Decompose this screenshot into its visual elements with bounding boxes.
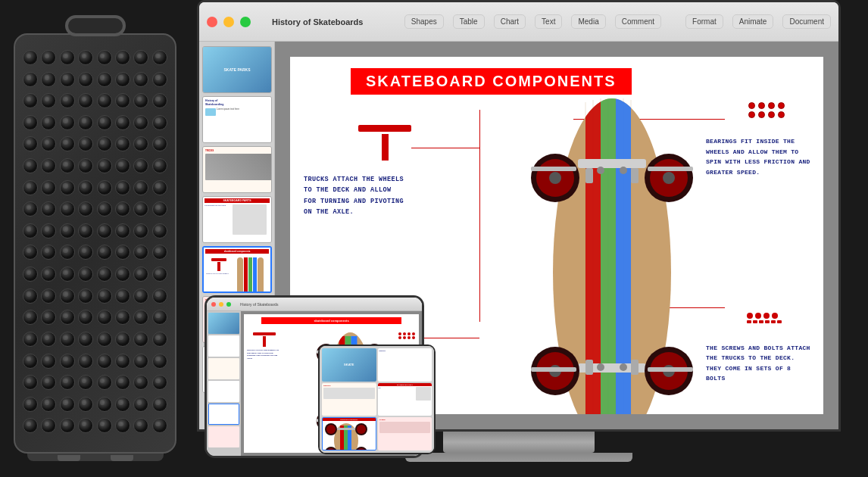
maximize-button[interactable]	[240, 17, 251, 27]
ipad-close[interactable]	[211, 302, 216, 307]
mac-pro-hole	[60, 354, 75, 369]
svg-rect-21	[531, 167, 576, 171]
iphone-slide-1[interactable]: SKATE	[322, 348, 376, 382]
mac-pro-hole	[60, 180, 75, 195]
ipad-thumb-5[interactable]	[208, 404, 239, 425]
mac-pro-hole	[23, 354, 38, 369]
close-button[interactable]	[207, 17, 217, 27]
mac-pro-hole	[97, 201, 112, 217]
comment-button[interactable]: Comment	[615, 14, 661, 29]
mac-pro-hole	[41, 267, 56, 282]
ipad-thumb-3[interactable]	[208, 358, 239, 379]
mac-pro-hole	[23, 267, 38, 282]
mac-pro-hole	[60, 418, 75, 433]
mac-pro-hole	[23, 158, 38, 173]
hole-grid	[23, 50, 167, 437]
mac-pro-hole	[133, 397, 148, 412]
mac-pro-hole	[60, 93, 75, 108]
mac-pro-hole	[115, 397, 130, 412]
mac-pro-hole	[23, 136, 38, 151]
mac-pro-hole	[23, 72, 38, 87]
mac-pro-hole	[97, 93, 112, 108]
mac-pro-hole	[133, 93, 148, 108]
table-button[interactable]: Table	[453, 14, 485, 29]
ipad-doc-title: History of Skateboards	[240, 302, 279, 307]
ipad-thumb-1[interactable]	[208, 313, 239, 334]
mac-pro-hole	[78, 180, 93, 195]
animate-button[interactable]: Animate	[732, 14, 774, 29]
mac-pro-hole	[78, 158, 93, 173]
mac-pro-hole	[41, 418, 56, 433]
mac-pro-hole	[115, 180, 130, 195]
mac-pro-hole	[97, 72, 112, 87]
mac-pro-hole	[115, 354, 130, 369]
mac-pro-hole	[78, 288, 93, 304]
mac-pro-hole	[23, 332, 38, 347]
mac-pro-hole	[152, 397, 167, 412]
ipad-thumb-2[interactable]	[208, 335, 239, 357]
ipad-thumb-4[interactable]	[208, 381, 239, 402]
mac-pro-hole	[41, 332, 56, 347]
mac-pro-hole	[78, 115, 93, 130]
mac-pro-hole	[152, 115, 167, 130]
mac-pro-hole	[41, 288, 56, 304]
iphone-slide-6[interactable]: TYPES	[378, 417, 432, 450]
iphone-slide-4[interactable]: SKATEBOARD PARTS info	[378, 383, 432, 416]
mac-pro-hole	[115, 136, 130, 151]
mac-pro-hole	[78, 93, 93, 108]
media-button[interactable]: Media	[571, 14, 605, 29]
mac-pro-foot-right	[111, 455, 133, 461]
svg-rect-14	[631, 168, 639, 183]
iphone-screen: SKATE History TRICKS SKATEBOARD PARTS in…	[320, 346, 434, 453]
iphone-slide-3[interactable]: TRICKS	[322, 383, 376, 416]
svg-rect-25	[631, 360, 639, 375]
mac-pro-hole	[60, 267, 75, 282]
svg-rect-32	[531, 367, 576, 372]
mac-pro-hole	[115, 158, 130, 173]
ipad-thumb-6[interactable]	[208, 426, 239, 447]
mac-pro-hole	[41, 245, 56, 260]
chart-button[interactable]: Chart	[494, 14, 526, 29]
text-button[interactable]: Text	[535, 14, 562, 29]
document-button[interactable]: Document	[782, 14, 831, 29]
shapes-button[interactable]: Shapes	[404, 14, 444, 29]
svg-rect-62	[337, 428, 355, 430]
mac-pro-hole	[60, 375, 75, 390]
mac-pro-hole	[97, 136, 112, 151]
ipad-slide-title: skateboard components	[261, 317, 401, 324]
mac-pro-hole	[115, 223, 130, 238]
trucks-icon-area	[358, 125, 411, 161]
minimize-button[interactable]	[223, 17, 234, 27]
mac-pro-hole	[23, 50, 38, 65]
mac-pro-hole	[23, 418, 38, 433]
mac-pro-hole	[78, 245, 93, 260]
ipad-maximize[interactable]	[226, 302, 231, 307]
iphone-slide-2[interactable]: History	[378, 348, 432, 382]
mac-pro-hole	[60, 158, 75, 173]
mac-pro-hole	[115, 418, 130, 433]
mac-pro-hole	[152, 180, 167, 195]
mac-pro-hole	[78, 201, 93, 217]
mac-pro-hole	[97, 245, 112, 260]
mac-pro-hole	[133, 418, 148, 433]
mac-pro-hole	[60, 288, 75, 304]
mac-pro-hole	[115, 201, 130, 217]
format-button[interactable]: Format	[685, 14, 723, 29]
monitor-stand	[443, 432, 595, 453]
mac-pro-hole	[60, 72, 75, 87]
ipad-slide-panel[interactable]	[207, 311, 241, 456]
slide-thumb-5-active[interactable]: skateboard components TRUCKS ATTACH THE …	[202, 246, 272, 293]
iphone-content: SKATE History TRICKS SKATEBOARD PARTS in…	[320, 346, 434, 453]
slide-thumb-3[interactable]: TRICKS	[202, 146, 272, 193]
mac-pro-hole	[41, 310, 56, 325]
mac-pro-hole	[78, 310, 93, 325]
ipad-minimize[interactable]	[219, 302, 223, 307]
mac-pro-hole	[41, 397, 56, 412]
mac-pro-hole	[97, 418, 112, 433]
slide-thumb-4[interactable]: SKATEBOARD PARTS Component info text her…	[202, 196, 272, 243]
mac-pro-hole	[78, 136, 93, 151]
monitor-base	[405, 453, 632, 462]
slide-thumb-2[interactable]: History ofSkateboarding Lorem ipsum text…	[202, 96, 272, 143]
slide-thumb-1[interactable]: SKATE PARKS	[202, 46, 272, 93]
iphone-slide-5-active[interactable]: skateboard components	[322, 417, 376, 450]
